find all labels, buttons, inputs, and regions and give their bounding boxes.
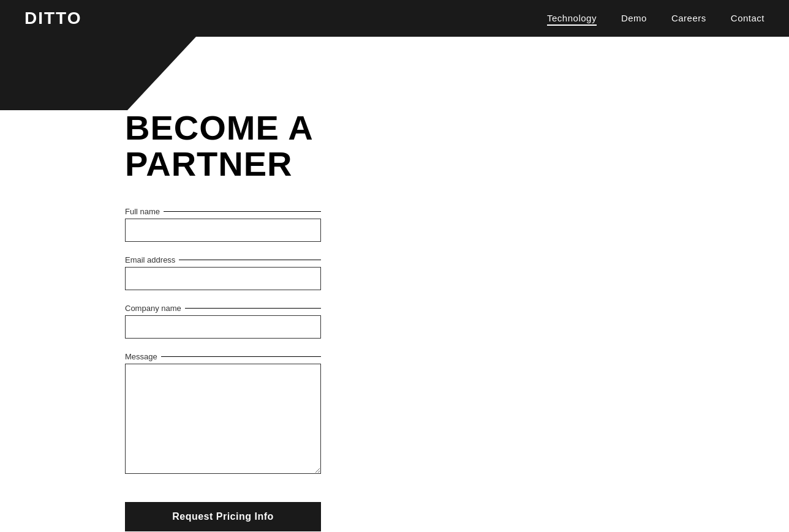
message-input[interactable]	[125, 364, 321, 474]
partner-form: Full name Email address Company name Mes…	[125, 207, 321, 531]
nav-link-contact[interactable]: Contact	[731, 13, 764, 23]
company-label: Company name	[125, 304, 321, 313]
page-title: BECOME A PARTNER	[125, 110, 670, 182]
nav-item-careers[interactable]: Careers	[671, 13, 706, 24]
email-label: Email address	[125, 255, 321, 264]
logo: DITTO	[25, 9, 81, 28]
main-content: BECOME A PARTNER Full name Email address…	[119, 110, 670, 532]
header: DITTO Technology Demo Careers Contact	[0, 0, 789, 37]
nav-link-technology[interactable]: Technology	[547, 13, 597, 26]
company-input[interactable]	[125, 315, 321, 339]
nav-item-contact[interactable]: Contact	[731, 13, 764, 24]
nav-menu: Technology Demo Careers Contact	[547, 13, 764, 24]
message-group: Message	[125, 352, 321, 476]
hero-background	[0, 37, 789, 110]
nav-item-demo[interactable]: Demo	[621, 13, 647, 24]
submit-button[interactable]: Request Pricing Info	[125, 502, 321, 531]
email-input[interactable]	[125, 267, 321, 290]
full-name-label: Full name	[125, 207, 321, 216]
full-name-input[interactable]	[125, 219, 321, 242]
nav-link-demo[interactable]: Demo	[621, 13, 647, 23]
email-group: Email address	[125, 255, 321, 290]
nav-link-careers[interactable]: Careers	[671, 13, 706, 23]
nav-item-technology[interactable]: Technology	[547, 13, 597, 24]
company-group: Company name	[125, 304, 321, 339]
full-name-group: Full name	[125, 207, 321, 242]
message-label: Message	[125, 352, 321, 361]
